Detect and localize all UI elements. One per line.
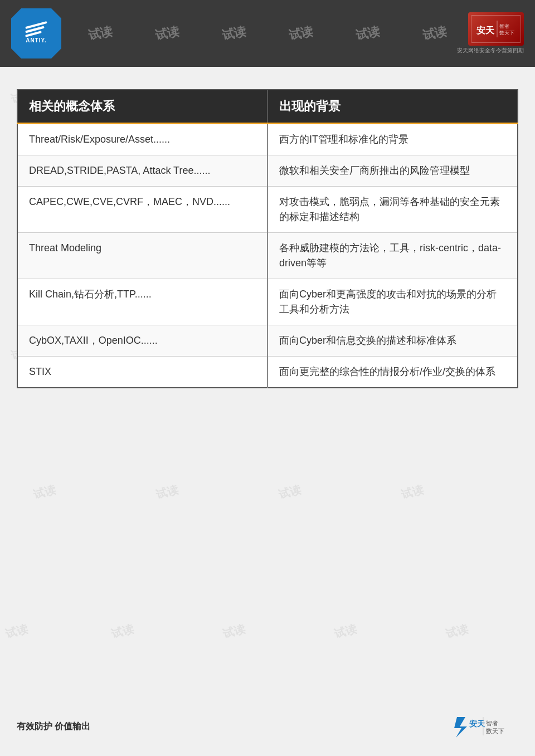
svg-text:智者: 智者	[486, 720, 498, 726]
table-cell-right-5: 面向Cyber和信息交换的描述和标准体系	[268, 325, 518, 357]
header-watermark-4: 试读	[221, 23, 248, 43]
body-wm-22: 试读	[444, 621, 470, 641]
table-cell-left-2: CAPEC,CWE,CVE,CVRF，MAEC，NVD......	[17, 187, 268, 233]
table-header-row: 相关的概念体系 出现的背景	[17, 90, 518, 124]
table-row: Threat Modeling 各种威胁建模的方法论，工具，risk-centr…	[17, 233, 518, 279]
table-cell-left-0: Threat/Risk/Exposure/Asset......	[17, 124, 268, 155]
col1-header: 相关的概念体系	[17, 90, 268, 124]
table-cell-left-1: DREAD,STRIDE,PASTA, Attack Tree......	[17, 155, 268, 187]
table-row: CAPEC,CWE,CVE,CVRF，MAEC，NVD...... 对攻击模式，…	[17, 187, 518, 233]
header-watermark-6: 试读	[354, 23, 382, 43]
table-row: Threat/Risk/Exposure/Asset...... 西方的IT管理…	[17, 124, 518, 155]
svg-text:数天下: 数天下	[486, 728, 504, 734]
header-logo-svg: 安天 智者 数天下	[474, 18, 518, 40]
footer-right: 安天 智者 数天下	[451, 714, 518, 739]
footer-left-text: 有效防护 价值输出	[17, 721, 90, 733]
concept-table: 相关的概念体系 出现的背景 Threat/Risk/Exposure/Asset…	[17, 89, 518, 388]
table-row: CybOX,TAXII，OpenIOC...... 面向Cyber和信息交换的描…	[17, 325, 518, 357]
header-watermark-3: 试读	[154, 23, 181, 43]
footer: 有效防护 价值输出 安天 智者 数天下	[0, 714, 535, 739]
svg-text:安天: 安天	[476, 25, 495, 35]
header-watermark-5: 试读	[288, 23, 315, 43]
header-watermark-7: 试读	[421, 23, 449, 43]
header-subtitle: 安天网络安全冬令营第四期	[457, 47, 524, 55]
header-watermark-2: 试读	[87, 23, 114, 43]
table-cell-right-1: 微软和相关安全厂商所推出的风险管理模型	[268, 155, 518, 187]
header-right-logo: 安天 智者 数天下	[468, 12, 524, 46]
footer-logo-svg: 安天 智者 数天下	[451, 714, 518, 739]
table-cell-left-5: CybOX,TAXII，OpenIOC......	[17, 325, 268, 357]
header-watermarks: 试读 试读 试读 试读 试读 试读 试读 试读	[0, 0, 535, 67]
body-wm-16: 试读	[277, 482, 303, 502]
body-wm-20: 试读	[221, 621, 247, 641]
table-cell-left-6: STIX	[17, 357, 268, 388]
table-row: DREAD,STRIDE,PASTA, Attack Tree...... 微软…	[17, 155, 518, 187]
main-content: 相关的概念体系 出现的背景 Threat/Risk/Exposure/Asset…	[0, 67, 535, 411]
body-wm-14: 试读	[32, 482, 57, 502]
body-wm-17: 试读	[400, 482, 425, 502]
body-wm-19: 试读	[110, 621, 135, 641]
table-cell-right-0: 西方的IT管理和标准化的背景	[268, 124, 518, 155]
table-cell-right-2: 对攻击模式，脆弱点，漏洞等各种基础的安全元素的标定和描述结构	[268, 187, 518, 233]
svg-marker-4	[454, 717, 467, 738]
table-cell-right-3: 各种威胁建模的方法论，工具，risk-centric，data-driven等等	[268, 233, 518, 279]
svg-text:数天下: 数天下	[499, 30, 514, 36]
table-cell-right-4: 面向Cyber和更高强度的攻击和对抗的场景的分析工具和分析方法	[268, 279, 518, 325]
header-right: 安天 智者 数天下 安天网络安全冬令营第四期	[457, 12, 524, 55]
body-wm-21: 试读	[333, 621, 358, 641]
table-row: STIX 面向更完整的综合性的情报分析/作业/交换的体系	[17, 357, 518, 388]
svg-text:智者: 智者	[499, 23, 509, 29]
logo-text: ANTIY.	[26, 37, 47, 43]
table-row: Kill Chain,钻石分析,TTP...... 面向Cyber和更高强度的攻…	[17, 279, 518, 325]
table-cell-left-3: Threat Modeling	[17, 233, 268, 279]
table-cell-left-4: Kill Chain,钻石分析,TTP......	[17, 279, 268, 325]
body-wm-18: 试读	[4, 621, 30, 641]
logo: ANTIY.	[11, 8, 61, 58]
header: 试读 试读 试读 试读 试读 试读 试读 试读 ANTIY. 安天 智者 数天下…	[0, 0, 535, 67]
logo-lines	[25, 24, 47, 35]
col2-header: 出现的背景	[268, 90, 518, 124]
body-wm-15: 试读	[154, 482, 180, 502]
table-cell-right-6: 面向更完整的综合性的情报分析/作业/交换的体系	[268, 357, 518, 388]
